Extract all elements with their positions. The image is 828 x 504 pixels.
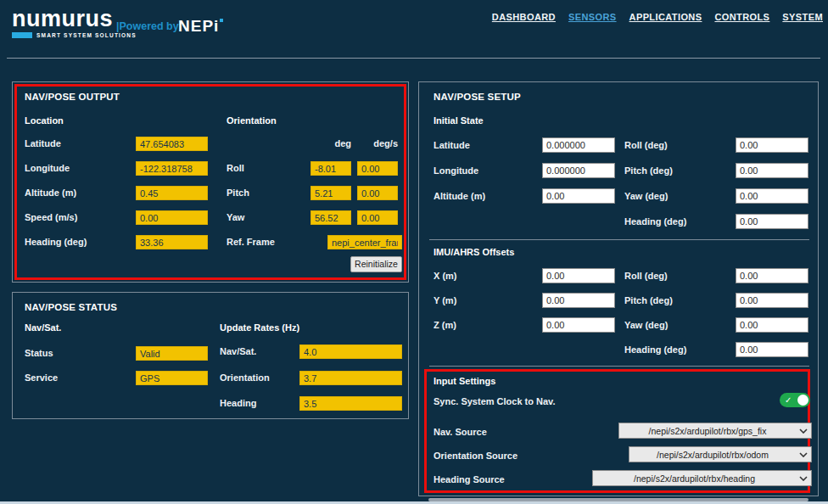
init-altitude-input[interactable] [542,188,615,204]
yaw-degs-output [357,210,398,225]
offset-x-input[interactable] [542,268,615,283]
heading-source-select[interactable]: /nepi/s2x/ardupilot/rbx/heading [592,470,812,486]
nav-sat-header: Nav/Sat. [25,322,61,333]
numurus-logo: numurus SMART SYSTEM SOLUTIONS |Powered … [12,7,241,44]
latitude-output [136,137,208,151]
brand-name: numurus [12,7,113,31]
orientation-header: Orientation [227,115,277,126]
speed-output [136,210,208,225]
roll-deg-output [310,161,351,176]
reinitialize-button[interactable]: Reinitialize [350,256,402,272]
speed-label: Speed (m/s) [25,210,77,225]
header-separator [7,58,820,59]
chevron-down-icon [796,452,811,457]
init-roll-label: Roll (deg) [624,138,668,153]
deg-s-unit-header: deg/s [357,137,398,151]
offset-yaw-input[interactable] [736,317,808,333]
init-longitude-input[interactable] [542,163,615,178]
service-label: Service [25,371,58,385]
top-navigation: DASHBOARD SENSORS APPLICATIONS CONTROLS … [492,12,823,22]
nav-link-applications[interactable]: APPLICATIONS [629,12,702,22]
rate-nav-sat-output [299,344,402,359]
offset-heading-label: Heading (deg) [624,343,686,357]
sync-clock-toggle[interactable]: ✓ [780,393,810,407]
section-divider [429,239,809,240]
input-settings-header: Input Settings [434,376,495,386]
orientation-source-select[interactable]: /nepi/s2x/ardupilot/rbx/odom [629,446,812,462]
init-latitude-input[interactable] [542,137,615,153]
rate-orientation-label: Orientation [220,371,270,385]
init-pitch-input[interactable] [736,163,808,178]
offset-heading-input[interactable] [736,342,808,357]
altitude-label: Altitude (m) [25,186,76,200]
nav-link-system[interactable]: SYSTEM [782,12,823,22]
section-divider [429,366,809,367]
nav-link-dashboard[interactable]: DASHBOARD [492,12,556,22]
roll-degs-output [357,161,398,176]
nav-source-value: /nepi/s2x/ardupilot/rbx/gps_fix [619,426,796,436]
init-heading-label: Heading (deg) [624,215,686,229]
powered-by-label: |Powered by [116,20,179,32]
ref-frame-label: Ref. Frame [227,235,275,249]
nav-pose-status-panel: NAV/POSE STATUS Nav/Sat. Update Rates (H… [12,292,409,419]
deg-unit-header: deg [310,137,351,151]
update-rates-header: Update Rates (Hz) [220,322,299,333]
nav-pose-output-panel: NAV/POSE OUTPUT Location Orientation Lat… [12,81,409,283]
heading-source-label: Heading Source [434,473,505,487]
brand-bar-icon [12,32,32,38]
nepi-i-dot-icon [220,19,223,22]
orientation-source-value: /nepi/s2x/ardupilot/rbx/odom [629,450,796,460]
init-roll-input[interactable] [736,137,808,153]
latitude-label: Latitude [25,137,61,151]
output-highlight-box [14,84,406,280]
init-longitude-label: Longitude [434,164,478,178]
brand-tagline: SMART SYSTEM SOLUTIONS [36,32,137,38]
nepi-rui-page: numurus SMART SYSTEM SOLUTIONS |Powered … [0,0,828,504]
nav-source-select[interactable]: /nepi/s2x/ardupilot/rbx/gps_fix [618,423,812,439]
nav-link-controls[interactable]: CONTROLS [714,12,769,22]
offset-roll-input[interactable] [736,268,808,283]
init-yaw-label: Yaw (deg) [624,189,668,204]
init-yaw-input[interactable] [736,188,808,204]
brand-tagline-row: SMART SYSTEM SOLUTIONS [12,32,137,38]
offset-x-label: X (m) [434,269,457,283]
toggle-knob [797,395,808,406]
status-label: Status [25,346,53,361]
offset-y-label: Y (m) [434,294,456,308]
offset-pitch-label: Pitch (deg) [624,294,673,308]
init-altitude-label: Altitude (m) [434,189,485,204]
service-output [136,371,208,385]
nav-link-sensors[interactable]: SENSORS [568,12,617,22]
roll-label: Roll [227,161,244,176]
nepi-logo: NEPi [178,17,219,36]
offset-roll-label: Roll (deg) [624,269,668,283]
offset-z-input[interactable] [542,317,615,333]
nav-source-label: Nav. Source [434,425,487,440]
ref-frame-output [327,235,402,249]
altitude-output [136,186,208,200]
heading-source-value: /nepi/s2x/ardupilot/rbx/heading [593,473,796,484]
rate-nav-sat-label: Nav/Sat. [220,344,256,359]
heading-label: Heading (deg) [25,235,87,249]
offset-z-label: Z (m) [434,318,456,333]
initial-state-header: Initial State [434,115,484,126]
init-heading-input[interactable] [736,214,808,229]
nav-pose-setup-panel: NAV/POSE SETUP Initial State Latitude Ro… [418,81,819,496]
init-pitch-label: Pitch (deg) [624,164,673,178]
offset-y-input[interactable] [542,293,615,308]
panel-title: NAV/POSE STATUS [25,302,117,312]
offset-yaw-label: Yaw (deg) [624,318,668,333]
chevron-down-icon [796,476,811,481]
yaw-deg-output [310,210,351,225]
yaw-label: Yaw [227,210,244,225]
rate-heading-output [299,396,402,411]
pitch-deg-output [310,186,351,200]
longitude-output [136,161,208,176]
init-latitude-label: Latitude [434,138,470,153]
orientation-source-label: Orientation Source [434,449,518,463]
pitch-label: Pitch [227,186,249,200]
offset-pitch-input[interactable] [736,293,808,308]
sync-clock-label: Sync. System Clock to Nav. [434,395,555,409]
rate-orientation-output [299,371,402,385]
imu-offsets-header: IMU/AHRS Offsets [434,247,514,257]
